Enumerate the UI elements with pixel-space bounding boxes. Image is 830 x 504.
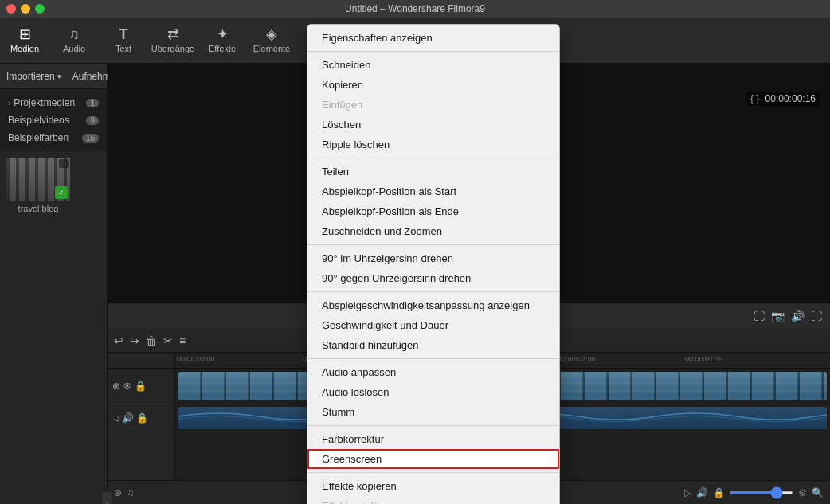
toolbar-uebergaenge[interactable]: ⇄ Übergänge — [148, 18, 198, 63]
ctx-sep-5 — [307, 358, 559, 359]
ctx-ende[interactable]: Abspielkopf-Position als Ende — [307, 201, 559, 221]
ctx-einfuegen: Einfügen — [307, 95, 559, 115]
left-column: Importieren ▾ Aufnehmen ▾ › Projektmedie… — [0, 64, 108, 504]
toolbar-audio[interactable]: ♫ Audio — [49, 18, 99, 63]
import-chevron-icon: ▾ — [57, 72, 61, 80]
beispielvideos-count: 9 — [86, 116, 99, 125]
toolbar-uebergaenge-label: Übergänge — [151, 44, 194, 53]
sidebar-collapse-button[interactable]: ‹ — [102, 492, 112, 504]
track-labels: ⊕ 👁 🔒 ♫ 🔊 🔒 — [108, 369, 175, 480]
timeline-volume-slider[interactable] — [730, 491, 793, 494]
toolbar-medien[interactable]: ⊞ Medien — [0, 18, 49, 63]
ctx-schneiden[interactable]: Schneiden — [307, 55, 559, 75]
ctx-loeschen[interactable]: Löschen — [307, 115, 559, 135]
timeline-settings-icon[interactable]: ⚙ — [798, 487, 807, 498]
preview-fullscreen-icon[interactable]: ⛶ — [811, 310, 822, 322]
projektmedien-label: Projektmedien — [14, 97, 75, 108]
cut-icon[interactable]: ✂ — [163, 334, 173, 347]
toolbar-text-label: Text — [115, 44, 131, 53]
close-button[interactable] — [6, 4, 16, 14]
list-icon[interactable]: ≡ — [179, 334, 186, 347]
delete-icon[interactable]: 🗑 — [146, 334, 157, 347]
sidebar-item-beispielfarben[interactable]: Beispielfarben 15 — [0, 129, 107, 147]
context-menu: Eigenschaften anzeigen Schneiden Kopiere… — [307, 24, 560, 504]
toolbar-effekte-label: Effekte — [209, 44, 236, 53]
ctx-audio-loesloesen[interactable]: Audio loslösen — [307, 382, 559, 402]
import-label: Importieren — [6, 71, 55, 82]
track-audio-note-icon[interactable]: ♫ — [112, 412, 119, 424]
ctx-standbild[interactable]: Standbild hinzufügen — [307, 335, 559, 355]
minimize-button[interactable] — [21, 4, 30, 14]
import-button[interactable]: Importieren ▾ — [6, 71, 61, 82]
toolbar-elemente[interactable]: ◈ Elemente — [247, 18, 296, 63]
track-label-audio: ♫ 🔊 🔒 — [108, 404, 174, 432]
maximize-button[interactable] — [35, 4, 45, 14]
thumb-image: ✓ ⬚ — [6, 158, 70, 201]
ctx-farbkorrektur[interactable]: Farbkorrektur — [307, 429, 559, 449]
track-video-icons: ⊕ 👁 🔒 — [112, 381, 147, 392]
beispielfarben-count: 15 — [82, 134, 99, 143]
ctx-effekte-kopieren[interactable]: Effekte kopieren — [307, 476, 559, 496]
redo-icon[interactable]: ↪ — [130, 334, 139, 347]
ctx-greenscreen[interactable]: Greenscreen — [307, 449, 559, 469]
timeline-volume-icon[interactable]: 🔊 — [696, 487, 708, 498]
ctx-eigenschaften[interactable]: Eigenschaften anzeigen — [307, 28, 559, 48]
ctx-ripple[interactable]: Ripple löschen — [307, 135, 559, 154]
ruler-time-2: 00:00:02:00 — [558, 355, 596, 363]
preview-snapshot-icon[interactable]: 📷 — [771, 310, 785, 322]
add-audio-track-icon[interactable]: ♫ — [127, 487, 134, 498]
ctx-start[interactable]: Abspielkopf-Position als Start — [307, 182, 559, 201]
ctx-sep-2 — [307, 158, 559, 158]
app-title: Untitled – Wondershare Filmora9 — [345, 3, 485, 14]
thumb-label: travel blog — [6, 204, 70, 213]
effect-icon: ✦ — [217, 27, 229, 41]
sidebar-item-projektmedien[interactable]: › Projektmedien 1 — [0, 94, 107, 111]
ruler-time-0: 00:00:00:00 — [177, 355, 215, 363]
track-eye-icon[interactable]: 👁 — [123, 381, 132, 392]
track-lock-icon[interactable]: 🔒 — [135, 381, 147, 392]
preview-settings-icon[interactable]: ⛶ — [754, 310, 765, 322]
media-grid: ✓ ⬚ travel blog — [0, 151, 107, 504]
audio-icon: ♫ — [69, 27, 80, 41]
add-video-track-icon[interactable]: ⊕ — [114, 487, 122, 498]
toolbar-elemente-label: Elemente — [253, 44, 290, 53]
media-toolbar: Importieren ▾ Aufnehmen ▾ — [0, 64, 107, 89]
element-icon: ◈ — [266, 27, 277, 41]
ctx-sep-3 — [307, 244, 559, 245]
timeline-bottom-right: ▷ 🔊 🔒 ⚙ 🔍 — [684, 487, 824, 498]
undo-icon[interactable]: ↩ — [114, 334, 123, 347]
ctx-geschwindigkeit-anzeigen[interactable]: Abspielgeschwindigkeitsanpassung anzeige… — [307, 295, 559, 315]
transition-icon: ⇄ — [167, 27, 179, 41]
track-audio-volume-icon[interactable]: 🔊 — [122, 412, 134, 424]
track-label-video: ⊕ 👁 🔒 — [108, 369, 174, 404]
timeline-zoom-in-icon[interactable]: 🔍 — [812, 487, 824, 498]
track-add-icon[interactable]: ⊕ — [112, 381, 120, 392]
titlebar: Untitled – Wondershare Filmora9 — [0, 0, 830, 18]
ctx-sep-1 — [307, 51, 559, 52]
ctx-drehen-ccw[interactable]: 90° gegen Uhrzeigersinn drehen — [307, 268, 559, 288]
traffic-lights — [6, 4, 45, 14]
sidebar-item-beispielvideos[interactable]: Beispielvideos 9 — [0, 111, 107, 129]
ctx-sep-4 — [307, 291, 559, 292]
timeline-bottom-left: ⊕ ♫ — [114, 487, 134, 498]
ctx-audio-anpassen[interactable]: Audio anpassen — [307, 362, 559, 382]
ctx-sep-7 — [307, 472, 559, 473]
toolbar-text[interactable]: T Text — [99, 18, 148, 63]
sidebar-nav: › Projektmedien 1 Beispielvideos 9 Beisp… — [0, 89, 107, 151]
media-thumb-travelblog[interactable]: ✓ ⬚ travel blog — [6, 158, 70, 213]
ctx-kopieren[interactable]: Kopieren — [307, 75, 559, 95]
timeline-preview-icon[interactable]: ▷ — [684, 487, 691, 498]
preview-volume-icon[interactable]: 🔊 — [791, 310, 805, 322]
toolbar-effekte[interactable]: ✦ Effekte — [198, 18, 247, 63]
ctx-geschwindigkeit[interactable]: Geschwindigkeit und Dauer — [307, 315, 559, 335]
toolbar-audio-label: Audio — [63, 44, 85, 53]
sidebar-arrow-icon: › — [8, 99, 10, 107]
beispielvideos-label: Beispielvideos — [8, 115, 69, 126]
ctx-drehen-cw[interactable]: 90° im Uhrzeigersinn drehen — [307, 248, 559, 268]
ctx-zuschneiden[interactable]: Zuschneiden und Zoomen — [307, 221, 559, 241]
timeline-mute-icon[interactable]: 🔒 — [713, 487, 725, 498]
ctx-stumm[interactable]: Stumm — [307, 402, 559, 422]
ctx-teilen[interactable]: Teilen — [307, 162, 559, 182]
projektmedien-count: 1 — [86, 99, 99, 107]
track-audio-lock-icon[interactable]: 🔒 — [136, 412, 148, 424]
